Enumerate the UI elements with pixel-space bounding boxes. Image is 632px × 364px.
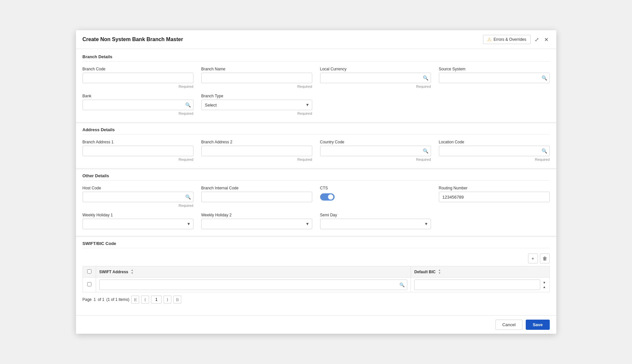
page-number-input[interactable]: [151, 296, 162, 303]
section-divider-2: [76, 168, 556, 169]
close-button[interactable]: ✕: [543, 35, 550, 44]
default-bic-select[interactable]: [414, 279, 540, 290]
weekly-holiday1-label: Weekly Holiday 1: [83, 213, 193, 217]
weekly-holiday2-select-wrapper: ▼: [201, 219, 312, 229]
branch-address2-input[interactable]: [201, 146, 312, 156]
default-bic-select-wrapper: [414, 279, 540, 290]
country-code-group: Country Code 🔍 Required: [320, 140, 431, 161]
errors-overrides-button[interactable]: ⚠ Errors & Overrides: [483, 35, 530, 44]
branch-type-required: Required: [201, 111, 312, 115]
weekly-holiday1-select[interactable]: [83, 219, 193, 229]
weekly-holiday2-select[interactable]: [201, 219, 312, 229]
other-details-grid: Host Code 🔍 Required Branch Internal Cod…: [83, 186, 550, 229]
default-bic-col-label: Default BIC: [414, 270, 436, 274]
semi-day-select[interactable]: [320, 219, 431, 229]
default-bic-col-header: Default BIC ▲ ▼: [411, 266, 549, 278]
expand-button[interactable]: ⤢: [533, 35, 540, 44]
swift-bic-header: SWIFT/BIC Code: [83, 241, 550, 248]
source-system-input[interactable]: [439, 73, 550, 83]
branch-internal-code-label: Branch Internal Code: [201, 186, 312, 190]
address-details-section: Address Details Branch Address 1 Require…: [83, 127, 550, 161]
branch-code-input[interactable]: [83, 73, 193, 83]
semi-day-select-wrapper: ▼: [320, 219, 431, 229]
branch-internal-code-input[interactable]: [201, 192, 312, 202]
location-code-required: Required: [439, 158, 550, 161]
branch-name-input[interactable]: [201, 73, 312, 83]
swift-table-toolbar: + 🗑: [83, 254, 550, 263]
table-row: 🔍 ▼: [83, 278, 549, 292]
swift-bic-table: SWIFT Address ▲ ▼ Default BIC: [83, 266, 550, 292]
country-code-input-wrapper: 🔍: [320, 146, 431, 156]
default-bic-cell-content: ▼ ▲: [414, 279, 546, 290]
branch-name-label: Branch Name: [201, 67, 312, 71]
local-currency-input[interactable]: [320, 73, 431, 83]
bank-group: Bank 🔍 Required: [83, 94, 193, 115]
branch-name-group: Branch Name Required: [201, 67, 312, 88]
swift-address-search-icon[interactable]: 🔍: [399, 282, 405, 287]
other-details-section: Other Details Host Code 🔍 Required Branc…: [83, 173, 550, 229]
address-details-grid: Branch Address 1 Required Branch Address…: [83, 140, 550, 161]
cancel-button[interactable]: Cancel: [495, 320, 522, 330]
swift-table-body: 🔍 ▼: [83, 278, 549, 292]
down-arrow-icon[interactable]: ▼: [543, 281, 546, 284]
default-bic-sort: Default BIC ▲ ▼: [414, 269, 546, 275]
bank-required: Required: [83, 111, 193, 115]
errors-btn-label: Errors & Overrides: [493, 37, 526, 42]
branch-address2-label: Branch Address 2: [201, 140, 312, 144]
branch-address1-input-wrapper: [83, 146, 193, 156]
add-swift-button[interactable]: +: [528, 254, 538, 263]
host-code-required: Required: [83, 204, 193, 207]
weekly-holiday2-group: Weekly Holiday 2 ▼: [201, 213, 312, 229]
location-code-input[interactable]: [439, 146, 550, 156]
default-bic-sort-icons[interactable]: ▲ ▼: [438, 269, 441, 275]
branch-address2-required: Required: [201, 158, 312, 161]
branch-details-grid: Branch Code Required Branch Name Require…: [83, 67, 550, 115]
branch-code-required: Required: [83, 85, 193, 88]
other-details-header: Other Details: [83, 173, 550, 181]
delete-swift-button[interactable]: 🗑: [540, 254, 550, 263]
local-currency-required: Required: [320, 85, 431, 88]
host-code-input[interactable]: [83, 192, 193, 202]
branch-internal-code-input-wrapper: [201, 192, 312, 202]
swift-table-head: SWIFT Address ▲ ▼ Default BIC: [83, 266, 549, 278]
source-system-input-wrapper: 🔍: [439, 73, 550, 83]
prev-page-button[interactable]: ⟨: [141, 296, 149, 303]
save-button[interactable]: Save: [526, 320, 549, 330]
first-page-button[interactable]: ⟨⟨: [131, 296, 139, 303]
source-system-group: Source System 🔍: [439, 67, 550, 88]
branch-address2-input-wrapper: [201, 146, 312, 156]
select-all-col: [83, 266, 96, 278]
address-details-header: Address Details: [83, 127, 550, 134]
modal-title: Create Non System Bank Branch Master: [83, 36, 183, 42]
sort-up-icon: ▲: [131, 269, 134, 272]
swift-address-sort: SWIFT Address ▲ ▼: [99, 269, 408, 275]
country-code-input[interactable]: [320, 146, 431, 156]
branch-name-required: Required: [201, 85, 312, 88]
bank-input[interactable]: [83, 100, 193, 110]
of-label: of 1: [98, 297, 104, 302]
swift-address-col-label: SWIFT Address: [99, 270, 128, 274]
routing-number-label: Routing Number: [439, 186, 550, 190]
branch-address1-input[interactable]: [83, 146, 193, 156]
cts-toggle[interactable]: [320, 193, 335, 201]
swift-address-sort-icons[interactable]: ▲ ▼: [131, 269, 134, 275]
branch-address2-group: Branch Address 2 Required: [201, 140, 312, 161]
routing-number-input[interactable]: [439, 192, 550, 202]
branch-type-label: Branch Type: [201, 94, 312, 98]
last-page-button[interactable]: ⟩⟩: [173, 296, 181, 303]
swift-address-input[interactable]: [99, 279, 408, 290]
page-label: Page: [83, 297, 92, 302]
select-all-checkbox[interactable]: [87, 269, 91, 274]
branch-name-input-wrapper: [201, 73, 312, 83]
up-arrow-icon[interactable]: ▲: [543, 285, 546, 289]
bank-input-wrapper: 🔍: [83, 100, 193, 110]
weekly-holiday2-label: Weekly Holiday 2: [201, 213, 312, 217]
branch-type-select[interactable]: Select Head Office Branch Sub Branch: [201, 100, 312, 110]
current-page-display: 1: [94, 297, 96, 302]
swift-bic-section: SWIFT/BIC Code + 🗑: [83, 241, 550, 303]
row-checkbox[interactable]: [87, 282, 91, 286]
semi-day-label: Semi Day: [320, 213, 431, 217]
next-page-button[interactable]: ⟩: [164, 296, 171, 303]
warning-icon: ⚠: [487, 37, 492, 42]
branch-type-select-wrapper: Select Head Office Branch Sub Branch ▼: [201, 100, 312, 110]
